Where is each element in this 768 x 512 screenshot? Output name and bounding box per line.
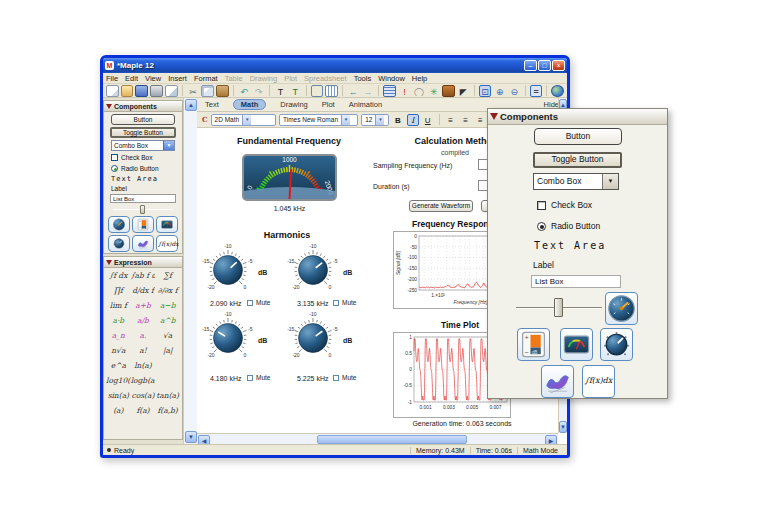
tab-text[interactable]: Text <box>205 100 219 109</box>
equation-display-icon[interactable]: = <box>530 85 543 97</box>
print-preview-icon[interactable] <box>165 85 178 97</box>
palette-button-component[interactable]: Button <box>111 114 175 125</box>
rotary-knob-icon[interactable] <box>600 328 633 361</box>
expression-item[interactable]: f(a) <box>131 406 156 415</box>
expression-item[interactable]: log10(a) <box>106 376 131 385</box>
insert-table-icon[interactable] <box>311 85 324 97</box>
tab-drawing[interactable]: Drawing <box>280 100 308 109</box>
panel-text-area-component[interactable]: Text Area <box>534 240 606 251</box>
expression-item[interactable]: e^a <box>106 361 131 370</box>
floating-panel-header[interactable]: Components <box>488 109 667 125</box>
title-bar[interactable]: M *Maple 12 – □ × <box>103 58 567 73</box>
dial-gauge-icon[interactable] <box>108 216 130 233</box>
expression-item[interactable]: a^b <box>155 316 180 325</box>
plot-builder-icon[interactable] <box>383 85 396 97</box>
mute-checkbox-icon[interactable] <box>247 375 253 381</box>
status-mode[interactable]: Math Mode <box>517 447 563 454</box>
mute-checkbox-icon[interactable] <box>333 375 339 381</box>
radio-icon[interactable] <box>537 222 546 231</box>
palette-text-area-component[interactable]: Text Area <box>111 175 175 183</box>
copy-icon[interactable] <box>201 85 214 97</box>
expression-item[interactable]: a. <box>131 331 156 340</box>
expression-item[interactable]: d/dx f <box>131 286 156 295</box>
palette-radio-button-component[interactable]: Radio Button <box>111 164 175 173</box>
redo-icon[interactable]: ↷ <box>252 85 265 97</box>
harmonic-2-mute[interactable]: Mute <box>333 299 356 306</box>
dropdown-arrow-icon[interactable]: ▼ <box>341 115 350 125</box>
expression-item[interactable]: tan(a) <box>155 391 180 400</box>
combo-arrow-icon[interactable]: ▼ <box>163 141 174 150</box>
expression-item[interactable]: sin(a) <box>106 391 131 400</box>
expression-item[interactable]: ∏f <box>106 286 131 295</box>
expression-item[interactable]: a_n <box>106 331 131 340</box>
delete-table-icon[interactable] <box>325 85 338 97</box>
font-combo[interactable]: Times New Roman ▼ <box>279 114 358 126</box>
harmonic-3-mute[interactable]: Mute <box>247 374 270 381</box>
align-right-button[interactable]: ≡ <box>475 114 487 126</box>
plot-3d-icon[interactable] <box>541 365 574 398</box>
expression-item[interactable]: ∫ab f dx <box>131 271 156 280</box>
tab-plot[interactable]: Plot <box>322 100 335 109</box>
style-combo[interactable]: 2D Math ▼ <box>211 114 276 126</box>
menu-help[interactable]: Help <box>412 74 427 83</box>
fundamental-frequency-gauge[interactable]: 010002000 <box>242 154 337 201</box>
underline-button[interactable]: U <box>422 114 434 126</box>
expression-item[interactable]: a! <box>131 346 156 355</box>
palette-toggle-button-component[interactable]: Toggle Button <box>110 127 176 138</box>
align-center-button[interactable]: ≡ <box>460 114 472 126</box>
dropdown-arrow-icon[interactable]: ▼ <box>242 115 251 125</box>
palette-slider-component[interactable] <box>111 205 175 214</box>
menu-window[interactable]: Window <box>378 74 405 83</box>
gauge-plot-icon[interactable] <box>560 328 593 361</box>
checkbox-icon[interactable] <box>537 201 546 210</box>
size-combo[interactable]: 12 ▼ <box>361 114 389 126</box>
expression-item[interactable]: a·b <box>106 316 131 325</box>
panel-list-box-component[interactable]: List Box <box>531 275 621 288</box>
meter-icon[interactable]: +−dB <box>132 216 154 233</box>
checkbox-icon[interactable] <box>111 154 118 161</box>
tab-animation[interactable]: Animation <box>349 100 382 109</box>
harmonic-4-mute[interactable]: Mute <box>333 374 356 381</box>
forward-icon[interactable]: → <box>362 85 375 97</box>
save-icon[interactable] <box>135 85 148 97</box>
math-expression-icon[interactable]: ∫f(x)dx <box>156 235 178 252</box>
mute-checkbox-icon[interactable] <box>333 300 339 306</box>
expression-item[interactable]: f(a,b) <box>155 406 180 415</box>
execute-worksheet-icon[interactable]: ! <box>398 85 411 97</box>
horizontal-scroll-thumb[interactable] <box>317 435 467 444</box>
new-document-icon[interactable] <box>106 85 119 97</box>
dial-gauge-icon[interactable] <box>605 292 638 325</box>
plot-3d-icon[interactable] <box>132 235 154 252</box>
math-expression-icon[interactable]: ∫f(x)dx <box>582 365 615 398</box>
menu-format[interactable]: Format <box>194 74 218 83</box>
generate-waveform-button[interactable]: Generate Waveform <box>409 200 473 212</box>
expression-item[interactable]: √a <box>155 331 180 340</box>
expression-item[interactable]: ∑f <box>155 271 180 280</box>
expression-item[interactable]: lim f <box>106 301 131 310</box>
expression-item[interactable]: (a) <box>106 406 131 415</box>
harmonic-knob-2[interactable]: -20-15-10-50dB <box>285 244 361 300</box>
panel-label-component[interactable]: Label <box>533 260 554 270</box>
execute-cursor-icon[interactable]: T <box>289 85 302 97</box>
italic-button[interactable]: I <box>407 114 419 126</box>
dropdown-arrow-icon[interactable]: ▼ <box>375 115 384 125</box>
panel-check-box-component[interactable]: Check Box <box>537 200 592 210</box>
expression-item[interactable]: a/b <box>131 316 156 325</box>
panel-button-component[interactable]: Button <box>534 128 622 145</box>
insert-text-icon[interactable]: T <box>274 85 287 97</box>
panel-radio-button-component[interactable]: Radio Button <box>537 221 600 231</box>
gauge-plot-icon[interactable] <box>156 216 178 233</box>
zoom-out-icon[interactable]: ⊖ <box>508 85 521 97</box>
open-file-icon[interactable] <box>121 85 134 97</box>
components-palette-header[interactable]: Components <box>104 101 182 112</box>
palette-list-box-component[interactable]: List Box <box>110 194 176 203</box>
maximize-button[interactable]: □ <box>538 60 551 71</box>
debug-mug-icon[interactable] <box>442 85 455 97</box>
menu-tools[interactable]: Tools <box>354 74 372 83</box>
slider-handle[interactable] <box>140 205 145 214</box>
menu-insert[interactable]: Insert <box>168 74 187 83</box>
animation-icon[interactable]: ✳ <box>427 85 440 97</box>
palette-check-box-component[interactable]: Check Box <box>111 153 175 162</box>
rotary-knob-icon[interactable] <box>108 235 130 252</box>
expression-item[interactable]: cos(a) <box>131 391 156 400</box>
